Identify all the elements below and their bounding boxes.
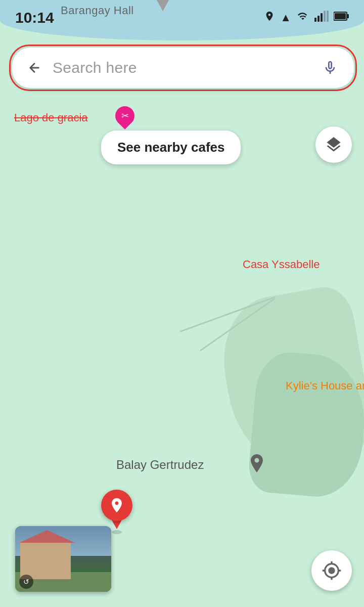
signal-bars-icon: [314, 11, 329, 25]
microphone-button[interactable]: [318, 56, 342, 79]
my-location-button[interactable]: [311, 550, 352, 591]
status-icons: ▲: [264, 11, 349, 25]
svg-rect-4: [327, 11, 329, 22]
search-input[interactable]: Search here: [53, 59, 318, 76]
status-bar: 10:14 ▲: [0, 0, 364, 35]
nearby-cafes-button[interactable]: See nearby cafes: [101, 131, 241, 164]
street-view-thumbnail[interactable]: ↺: [15, 526, 111, 592]
street-view-refresh-icon[interactable]: ↺: [19, 575, 33, 589]
arrow-up-icon: ▲: [280, 11, 291, 24]
terrain-patch: [247, 350, 364, 500]
map-label-lago-de-gracia: Lago de gracia: [14, 111, 88, 124]
svg-rect-0: [314, 18, 316, 22]
map-pin-balay: [248, 454, 266, 478]
map-label-kylie-house: Kylie's House and: [286, 379, 364, 393]
svg-rect-1: [317, 16, 320, 22]
svg-rect-3: [324, 11, 326, 22]
battery-icon: [334, 11, 349, 25]
svg-rect-2: [321, 13, 323, 22]
wifi-icon: [296, 11, 309, 25]
search-bar-container: Search here: [9, 45, 357, 91]
location-status-icon: [264, 11, 275, 25]
search-back-button[interactable]: [24, 58, 44, 78]
search-bar-border: Search here: [9, 45, 357, 91]
map-label-casa-yssabelle: Casa Yssabelle: [243, 258, 320, 271]
map-label-balay-gertrudez: Balay Gertrudez: [116, 458, 204, 472]
search-bar[interactable]: Search here: [12, 48, 354, 88]
status-time: 10:14: [15, 9, 54, 26]
svg-rect-6: [347, 14, 349, 18]
layers-button[interactable]: [315, 126, 352, 163]
svg-rect-7: [335, 13, 346, 19]
map-pin-lago: ✂: [115, 106, 134, 127]
map-background[interactable]: Barangay Hall Lago de gracia ✂ Casa Yssa…: [0, 0, 364, 607]
